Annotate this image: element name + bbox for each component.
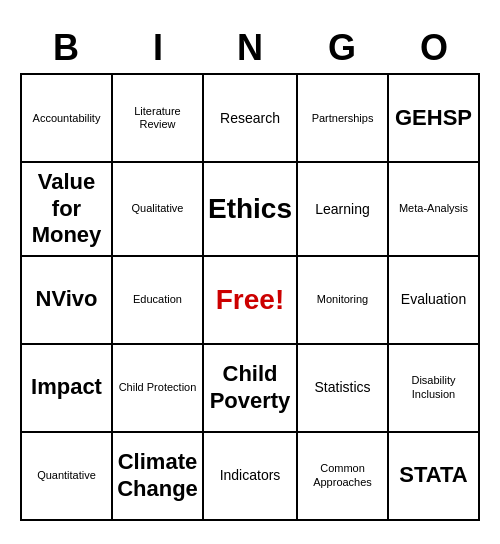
cell-text: Monitoring bbox=[317, 293, 368, 306]
bingo-letter: G bbox=[296, 23, 388, 73]
bingo-cell: Value for Money bbox=[22, 163, 113, 256]
bingo-cell: Meta-Analysis bbox=[389, 163, 480, 256]
bingo-cell: Education bbox=[113, 257, 204, 345]
bingo-letter: N bbox=[204, 23, 296, 73]
bingo-cell: Impact bbox=[22, 345, 113, 433]
bingo-cell: Disability Inclusion bbox=[389, 345, 480, 433]
cell-text: Evaluation bbox=[401, 291, 466, 308]
cell-text: GEHSP bbox=[395, 105, 472, 131]
cell-text: Ethics bbox=[208, 192, 292, 226]
bingo-cell: Indicators bbox=[204, 433, 298, 521]
cell-text: Research bbox=[220, 110, 280, 127]
bingo-letter: I bbox=[112, 23, 204, 73]
bingo-cell: GEHSP bbox=[389, 75, 480, 163]
cell-text: Accountability bbox=[33, 112, 101, 125]
bingo-cell: Quantitative bbox=[22, 433, 113, 521]
cell-text: Education bbox=[133, 293, 182, 306]
cell-text: Literature Review bbox=[117, 105, 198, 131]
bingo-cell: Statistics bbox=[298, 345, 389, 433]
bingo-cell: STATA bbox=[389, 433, 480, 521]
bingo-cell: Climate Change bbox=[113, 433, 204, 521]
cell-text: Learning bbox=[315, 201, 370, 218]
bingo-cell: Child Poverty bbox=[204, 345, 298, 433]
bingo-cell: Research bbox=[204, 75, 298, 163]
bingo-cell: Learning bbox=[298, 163, 389, 256]
bingo-cell: Common Approaches bbox=[298, 433, 389, 521]
cell-text: Qualitative bbox=[131, 202, 183, 215]
bingo-cell: Qualitative bbox=[113, 163, 204, 256]
cell-text: Disability Inclusion bbox=[393, 374, 474, 400]
bingo-card: BINGO AccountabilityLiterature ReviewRes… bbox=[20, 23, 480, 520]
cell-text: Impact bbox=[31, 374, 102, 400]
bingo-cell: Evaluation bbox=[389, 257, 480, 345]
bingo-cell: NVivo bbox=[22, 257, 113, 345]
cell-text: Statistics bbox=[315, 379, 371, 396]
cell-text: Indicators bbox=[220, 467, 281, 484]
bingo-letter: B bbox=[20, 23, 112, 73]
cell-text: Meta-Analysis bbox=[399, 202, 468, 215]
bingo-cell: Accountability bbox=[22, 75, 113, 163]
bingo-header: BINGO bbox=[20, 23, 480, 73]
bingo-cell: Child Protection bbox=[113, 345, 204, 433]
bingo-cell: Free! bbox=[204, 257, 298, 345]
bingo-cell: Partnerships bbox=[298, 75, 389, 163]
cell-text: Common Approaches bbox=[302, 462, 383, 488]
bingo-cell: Ethics bbox=[204, 163, 298, 256]
cell-text: Child Poverty bbox=[208, 361, 292, 414]
cell-text: Partnerships bbox=[312, 112, 374, 125]
bingo-grid: AccountabilityLiterature ReviewResearchP… bbox=[20, 73, 480, 520]
bingo-cell: Literature Review bbox=[113, 75, 204, 163]
cell-text: Quantitative bbox=[37, 469, 96, 482]
cell-text: STATA bbox=[399, 462, 467, 488]
bingo-letter: O bbox=[388, 23, 480, 73]
cell-text: Free! bbox=[216, 283, 284, 317]
cell-text: Value for Money bbox=[26, 169, 107, 248]
cell-text: Climate Change bbox=[117, 449, 198, 502]
cell-text: NVivo bbox=[36, 286, 98, 312]
cell-text: Child Protection bbox=[119, 381, 197, 394]
bingo-cell: Monitoring bbox=[298, 257, 389, 345]
